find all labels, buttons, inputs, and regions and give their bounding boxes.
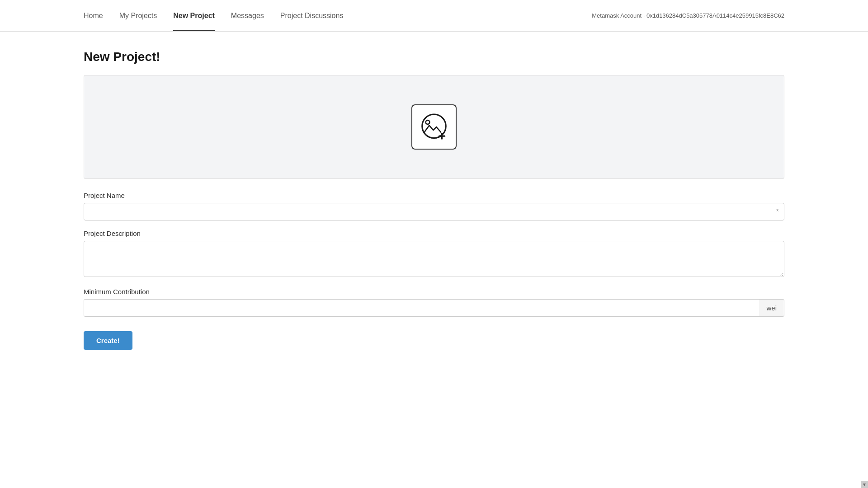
nav-link-my-projects[interactable]: My Projects xyxy=(119,0,157,31)
image-upload-icon-wrapper xyxy=(411,104,457,150)
nav-link-new-project[interactable]: New Project xyxy=(173,0,215,31)
nav-link-messages[interactable]: Messages xyxy=(231,0,264,31)
navbar: Home My Projects New Project Messages Pr… xyxy=(0,0,868,32)
minimum-contribution-group: Minimum Contribution wei xyxy=(84,288,784,317)
nav-link-home[interactable]: Home xyxy=(84,0,103,31)
minimum-contribution-input-wrapper: wei xyxy=(84,299,784,317)
scrollbar-indicator[interactable]: ▼ xyxy=(861,481,868,488)
project-name-input-wrapper: * xyxy=(84,203,784,221)
image-add-icon xyxy=(418,111,450,143)
minimum-contribution-input[interactable] xyxy=(84,299,759,317)
minimum-contribution-label: Minimum Contribution xyxy=(84,288,784,296)
project-description-input[interactable] xyxy=(84,241,784,277)
image-upload-area[interactable] xyxy=(84,75,784,179)
nav-links: Home My Projects New Project Messages Pr… xyxy=(84,0,343,31)
project-name-input[interactable] xyxy=(84,203,784,221)
svg-point-1 xyxy=(426,120,430,124)
main-content: New Project! Project Name * Pr xyxy=(0,32,868,368)
wei-suffix: wei xyxy=(759,299,784,317)
page-title: New Project! xyxy=(84,50,784,64)
create-button[interactable]: Create! xyxy=(84,331,132,350)
metamask-account: Metamask Account · 0x1d136284dC5a305778A… xyxy=(592,12,784,19)
project-description-label: Project Description xyxy=(84,230,784,237)
project-name-label: Project Name xyxy=(84,192,784,199)
project-name-group: Project Name * xyxy=(84,192,784,221)
nav-link-project-discussions[interactable]: Project Discussions xyxy=(280,0,344,31)
project-description-group: Project Description xyxy=(84,230,784,279)
